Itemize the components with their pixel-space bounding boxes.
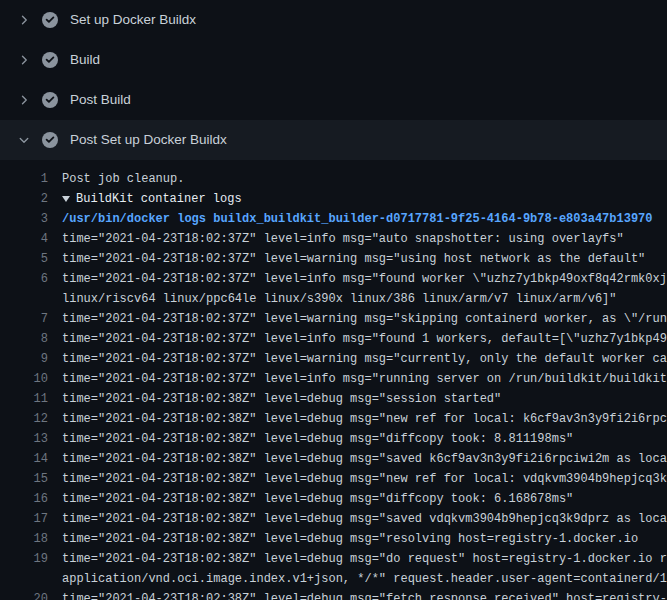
log-line-number[interactable]: 14 (0, 449, 48, 469)
log-line-text: time="2021-04-23T18:02:38Z" level=debug … (62, 549, 667, 569)
step-header-build[interactable]: Build (0, 40, 667, 80)
log-line: 1 Post job cleanup. (0, 169, 667, 189)
triangle-down-icon[interactable] (62, 196, 70, 202)
chevron-down-icon[interactable] (16, 132, 32, 148)
log-line-text: time="2021-04-23T18:02:37Z" level=info m… (62, 369, 667, 389)
check-circle-icon (42, 12, 58, 28)
chevron-right-icon[interactable] (16, 92, 32, 108)
log-line: 20 time="2021-04-23T18:02:38Z" level=deb… (0, 589, 667, 600)
step-title: Build (70, 52, 100, 68)
log-line-number[interactable]: 15 (0, 469, 48, 489)
log-line-text: time="2021-04-23T18:02:38Z" level=debug … (62, 469, 667, 489)
log-line-number[interactable] (0, 289, 48, 309)
log-line-number[interactable]: 9 (0, 349, 48, 369)
log-line: 4 time="2021-04-23T18:02:37Z" level=info… (0, 229, 667, 249)
log-line-text: time="2021-04-23T18:02:38Z" level=debug … (62, 589, 667, 600)
log-lines: 1 Post job cleanup. 2 BuildKit container… (0, 160, 667, 600)
log-line-number[interactable]: 16 (0, 489, 48, 509)
log-line-text: /usr/bin/docker logs buildx_buildkit_bui… (62, 209, 667, 229)
step-title: Set up Docker Buildx (70, 12, 196, 28)
step-header-set-up-docker-buildx[interactable]: Set up Docker Buildx (0, 0, 667, 40)
log-line-text: time="2021-04-23T18:02:37Z" level=warnin… (62, 349, 667, 369)
log-line-number[interactable]: 2 (0, 189, 48, 209)
log-line-wrap: application/vnd.oci.image.index.v1+json,… (0, 569, 667, 589)
chevron-right-icon[interactable] (16, 12, 32, 28)
log-line-text: time="2021-04-23T18:02:37Z" level=warnin… (62, 249, 667, 269)
log-line-number[interactable]: 12 (0, 409, 48, 429)
check-circle-icon (42, 132, 58, 148)
log-line-number[interactable]: 11 (0, 389, 48, 409)
step-title: Post Build (70, 92, 131, 108)
log-line-wrap: linux/riscv64 linux/ppc64le linux/s390x … (0, 289, 667, 309)
log-command-line: 3 /usr/bin/docker logs buildx_buildkit_b… (0, 209, 667, 229)
log-line: 11 time="2021-04-23T18:02:38Z" level=deb… (0, 389, 667, 409)
log-line-text: application/vnd.oci.image.index.v1+json,… (62, 569, 667, 589)
log-line: 14 time="2021-04-23T18:02:38Z" level=deb… (0, 449, 667, 469)
log-line-text: time="2021-04-23T18:02:38Z" level=debug … (62, 489, 667, 509)
step-title: Post Set up Docker Buildx (70, 132, 227, 148)
log-line: 19 time="2021-04-23T18:02:38Z" level=deb… (0, 549, 667, 569)
log-line-text: time="2021-04-23T18:02:38Z" level=debug … (62, 529, 667, 549)
log-line: 12 time="2021-04-23T18:02:38Z" level=deb… (0, 409, 667, 429)
log-group-header: 2 BuildKit container logs (0, 189, 667, 209)
log-line-number[interactable]: 13 (0, 429, 48, 449)
check-circle-icon (42, 52, 58, 68)
log-line: 13 time="2021-04-23T18:02:38Z" level=deb… (0, 429, 667, 449)
log-line-number[interactable]: 10 (0, 369, 48, 389)
log-line-text: Post job cleanup. (62, 169, 667, 189)
log-line-number[interactable] (0, 569, 48, 589)
log-line-number[interactable]: 1 (0, 169, 48, 189)
log-line-text: linux/riscv64 linux/ppc64le linux/s390x … (62, 289, 667, 309)
log-line-text: time="2021-04-23T18:02:37Z" level=info m… (62, 329, 667, 349)
step-header-post-build[interactable]: Post Build (0, 80, 667, 120)
log-line-number[interactable]: 5 (0, 249, 48, 269)
log-line: 10 time="2021-04-23T18:02:37Z" level=inf… (0, 369, 667, 389)
log-line: 17 time="2021-04-23T18:02:38Z" level=deb… (0, 509, 667, 529)
log-line-number[interactable]: 18 (0, 529, 48, 549)
step-list: Set up Docker Buildx Build P (0, 0, 667, 160)
log-line: 7 time="2021-04-23T18:02:37Z" level=warn… (0, 309, 667, 329)
log-line: 6 time="2021-04-23T18:02:37Z" level=info… (0, 269, 667, 289)
log-line-text: time="2021-04-23T18:02:38Z" level=debug … (62, 449, 667, 469)
log-line-number[interactable]: 19 (0, 549, 48, 569)
log-line-text: time="2021-04-23T18:02:38Z" level=debug … (62, 389, 667, 409)
log-line-number[interactable]: 20 (0, 589, 48, 600)
log-line: 16 time="2021-04-23T18:02:38Z" level=deb… (0, 489, 667, 509)
log-line-text: time="2021-04-23T18:02:37Z" level=info m… (62, 269, 667, 289)
check-circle-icon (42, 92, 58, 108)
log-line-text: time="2021-04-23T18:02:37Z" level=info m… (62, 229, 667, 249)
log-line-text: time="2021-04-23T18:02:38Z" level=debug … (62, 429, 667, 449)
log-line-text[interactable]: BuildKit container logs (76, 189, 667, 209)
log-line-number[interactable]: 17 (0, 509, 48, 529)
log-line-text: time="2021-04-23T18:02:38Z" level=debug … (62, 409, 667, 429)
log-line: 18 time="2021-04-23T18:02:38Z" level=deb… (0, 529, 667, 549)
log-line-text: time="2021-04-23T18:02:37Z" level=warnin… (62, 309, 667, 329)
log-line-number[interactable]: 3 (0, 209, 48, 229)
log-line-text: time="2021-04-23T18:02:38Z" level=debug … (62, 509, 667, 529)
log-line: 5 time="2021-04-23T18:02:37Z" level=warn… (0, 249, 667, 269)
log-line: 8 time="2021-04-23T18:02:37Z" level=info… (0, 329, 667, 349)
log-line-number[interactable]: 8 (0, 329, 48, 349)
log-line-number[interactable]: 7 (0, 309, 48, 329)
log-line-number[interactable]: 4 (0, 229, 48, 249)
log-line-number[interactable]: 6 (0, 269, 48, 289)
log-line: 15 time="2021-04-23T18:02:38Z" level=deb… (0, 469, 667, 489)
step-header-post-set-up-docker-buildx[interactable]: Post Set up Docker Buildx (0, 120, 667, 160)
chevron-right-icon[interactable] (16, 52, 32, 68)
log-line: 9 time="2021-04-23T18:02:37Z" level=warn… (0, 349, 667, 369)
